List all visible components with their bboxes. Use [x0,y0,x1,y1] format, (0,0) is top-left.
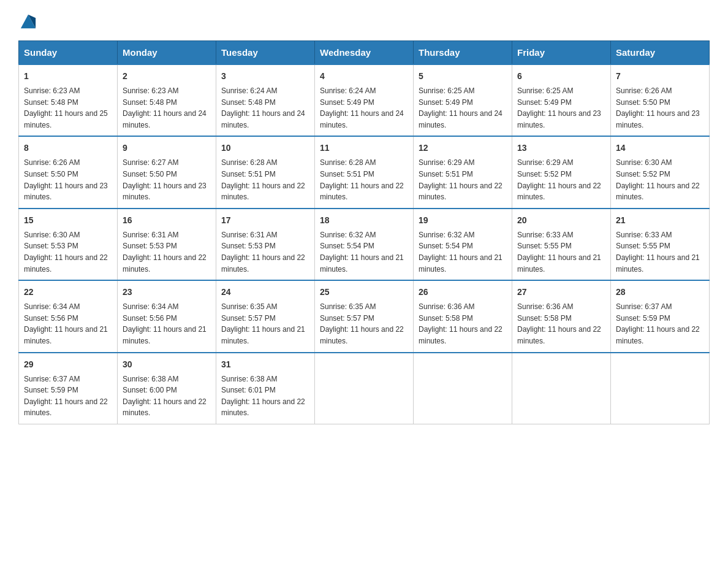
day-number: 16 [123,214,211,227]
day-number: 12 [419,142,507,155]
calendar-cell: 14 Sunrise: 6:30 AMSunset: 5:52 PMDaylig… [611,136,710,208]
calendar-cell: 1 Sunrise: 6:23 AMSunset: 5:48 PMDayligh… [19,64,118,136]
col-header-wednesday: Wednesday [315,41,414,65]
day-number: 23 [123,286,211,299]
day-info: Sunrise: 6:26 AMSunset: 5:50 PMDaylight:… [616,85,704,131]
calendar-cell: 25 Sunrise: 6:35 AMSunset: 5:57 PMDaylig… [315,280,414,352]
day-number: 6 [517,70,605,83]
day-info: Sunrise: 6:28 AMSunset: 5:51 PMDaylight:… [221,157,309,202]
calendar-cell: 27 Sunrise: 6:36 AMSunset: 5:58 PMDaylig… [512,280,611,352]
col-header-thursday: Thursday [414,41,512,65]
day-info: Sunrise: 6:29 AMSunset: 5:52 PMDaylight:… [517,157,605,202]
calendar-cell: 16 Sunrise: 6:31 AMSunset: 5:53 PMDaylig… [118,209,216,280]
calendar-cell [611,353,710,424]
day-info: Sunrise: 6:26 AMSunset: 5:50 PMDaylight:… [24,157,112,202]
col-header-saturday: Saturday [611,41,710,65]
calendar-cell: 9 Sunrise: 6:27 AMSunset: 5:50 PMDayligh… [118,136,216,208]
col-header-sunday: Sunday [19,41,118,65]
calendar-cell: 17 Sunrise: 6:31 AMSunset: 5:53 PMDaylig… [216,209,315,280]
day-number: 10 [221,142,309,155]
calendar-cell: 21 Sunrise: 6:33 AMSunset: 5:55 PMDaylig… [611,209,710,280]
calendar-cell: 18 Sunrise: 6:32 AMSunset: 5:54 PMDaylig… [315,209,414,280]
calendar-cell: 29 Sunrise: 6:37 AMSunset: 5:59 PMDaylig… [19,353,118,424]
calendar-cell: 6 Sunrise: 6:25 AMSunset: 5:49 PMDayligh… [512,64,611,136]
day-number: 14 [616,142,704,155]
day-number: 15 [24,214,112,227]
day-number: 2 [123,70,211,83]
calendar-cell: 3 Sunrise: 6:24 AMSunset: 5:48 PMDayligh… [216,64,315,136]
day-number: 19 [419,214,507,227]
day-number: 30 [123,358,211,371]
day-info: Sunrise: 6:25 AMSunset: 5:49 PMDaylight:… [419,85,507,131]
day-info: Sunrise: 6:24 AMSunset: 5:49 PMDaylight:… [320,85,408,131]
calendar-cell: 7 Sunrise: 6:26 AMSunset: 5:50 PMDayligh… [611,64,710,136]
day-info: Sunrise: 6:28 AMSunset: 5:51 PMDaylight:… [320,157,408,202]
day-info: Sunrise: 6:35 AMSunset: 5:57 PMDaylight:… [320,301,408,347]
calendar-cell: 30 Sunrise: 6:38 AMSunset: 6:00 PMDaylig… [118,353,216,424]
day-number: 1 [24,70,112,83]
day-number: 13 [517,142,605,155]
day-info: Sunrise: 6:37 AMSunset: 5:59 PMDaylight:… [616,301,704,347]
day-number: 3 [221,70,309,83]
day-info: Sunrise: 6:34 AMSunset: 5:56 PMDaylight:… [123,301,211,347]
week-row-3: 15 Sunrise: 6:30 AMSunset: 5:53 PMDaylig… [19,209,710,280]
day-number: 21 [616,214,704,227]
calendar-cell: 8 Sunrise: 6:26 AMSunset: 5:50 PMDayligh… [19,136,118,208]
calendar-cell: 22 Sunrise: 6:34 AMSunset: 5:56 PMDaylig… [19,280,118,352]
calendar-cell: 12 Sunrise: 6:29 AMSunset: 5:51 PMDaylig… [414,136,512,208]
day-number: 4 [320,70,408,83]
calendar-cell: 19 Sunrise: 6:32 AMSunset: 5:54 PMDaylig… [414,209,512,280]
day-info: Sunrise: 6:27 AMSunset: 5:50 PMDaylight:… [123,157,211,202]
week-row-4: 22 Sunrise: 6:34 AMSunset: 5:56 PMDaylig… [19,280,710,352]
day-info: Sunrise: 6:33 AMSunset: 5:55 PMDaylight:… [616,229,704,275]
calendar-cell: 23 Sunrise: 6:34 AMSunset: 5:56 PMDaylig… [118,280,216,352]
calendar-cell [414,353,512,424]
day-info: Sunrise: 6:25 AMSunset: 5:49 PMDaylight:… [517,85,605,131]
day-number: 11 [320,142,408,155]
calendar-cell: 4 Sunrise: 6:24 AMSunset: 5:49 PMDayligh… [315,64,414,136]
page-header [18,12,710,29]
day-number: 28 [616,286,704,299]
week-row-5: 29 Sunrise: 6:37 AMSunset: 5:59 PMDaylig… [19,353,710,424]
day-number: 7 [616,70,704,83]
day-number: 20 [517,214,605,227]
col-header-monday: Monday [118,41,216,65]
day-number: 8 [24,142,112,155]
calendar-cell: 15 Sunrise: 6:30 AMSunset: 5:53 PMDaylig… [19,209,118,280]
week-row-2: 8 Sunrise: 6:26 AMSunset: 5:50 PMDayligh… [19,136,710,208]
day-info: Sunrise: 6:31 AMSunset: 5:53 PMDaylight:… [123,229,211,275]
day-info: Sunrise: 6:23 AMSunset: 5:48 PMDaylight:… [24,85,112,131]
day-number: 17 [221,214,309,227]
day-info: Sunrise: 6:36 AMSunset: 5:58 PMDaylight:… [419,301,507,347]
week-row-1: 1 Sunrise: 6:23 AMSunset: 5:48 PMDayligh… [19,64,710,136]
day-info: Sunrise: 6:24 AMSunset: 5:48 PMDaylight:… [221,85,309,131]
calendar-cell: 28 Sunrise: 6:37 AMSunset: 5:59 PMDaylig… [611,280,710,352]
day-number: 25 [320,286,408,299]
day-info: Sunrise: 6:32 AMSunset: 5:54 PMDaylight:… [320,229,408,275]
day-info: Sunrise: 6:38 AMSunset: 6:00 PMDaylight:… [123,373,211,419]
calendar-cell: 10 Sunrise: 6:28 AMSunset: 5:51 PMDaylig… [216,136,315,208]
day-info: Sunrise: 6:30 AMSunset: 5:53 PMDaylight:… [24,229,112,275]
day-number: 31 [221,358,309,371]
calendar-cell: 31 Sunrise: 6:38 AMSunset: 6:01 PMDaylig… [216,353,315,424]
day-number: 5 [419,70,507,83]
logo [18,12,37,29]
day-info: Sunrise: 6:37 AMSunset: 5:59 PMDaylight:… [24,373,112,419]
day-number: 9 [123,142,211,155]
day-info: Sunrise: 6:29 AMSunset: 5:51 PMDaylight:… [419,157,507,202]
day-number: 18 [320,214,408,227]
day-number: 24 [221,286,309,299]
col-header-tuesday: Tuesday [216,41,315,65]
day-number: 22 [24,286,112,299]
day-info: Sunrise: 6:30 AMSunset: 5:52 PMDaylight:… [616,157,704,202]
calendar-cell: 24 Sunrise: 6:35 AMSunset: 5:57 PMDaylig… [216,280,315,352]
calendar-cell: 13 Sunrise: 6:29 AMSunset: 5:52 PMDaylig… [512,136,611,208]
calendar-cell: 26 Sunrise: 6:36 AMSunset: 5:58 PMDaylig… [414,280,512,352]
day-info: Sunrise: 6:34 AMSunset: 5:56 PMDaylight:… [24,301,112,347]
day-number: 27 [517,286,605,299]
calendar-header-row: SundayMondayTuesdayWednesdayThursdayFrid… [19,41,710,65]
calendar-cell: 11 Sunrise: 6:28 AMSunset: 5:51 PMDaylig… [315,136,414,208]
logo-icon [20,12,37,29]
day-info: Sunrise: 6:36 AMSunset: 5:58 PMDaylight:… [517,301,605,347]
day-info: Sunrise: 6:32 AMSunset: 5:54 PMDaylight:… [419,229,507,275]
